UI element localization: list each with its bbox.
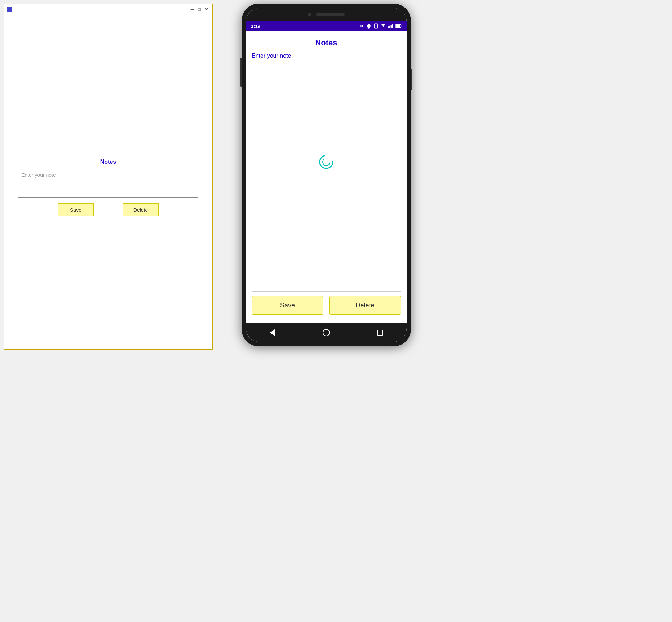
notes-title-phone: Notes (252, 38, 401, 48)
phone-screen: 1:19 (246, 8, 407, 342)
gear-icon (359, 23, 364, 29)
svg-rect-4 (392, 24, 393, 28)
camera-icon (308, 13, 311, 16)
svg-rect-3 (391, 25, 392, 28)
nav-back-icon (270, 329, 275, 336)
status-bar: 1:19 (246, 21, 407, 31)
sim-icon (373, 23, 379, 29)
svg-rect-2 (389, 26, 390, 28)
speaker-bar (316, 13, 345, 16)
title-bar: ─ □ ✕ (4, 4, 212, 14)
svg-point-8 (320, 156, 333, 168)
svg-point-9 (323, 158, 330, 166)
shield-icon (366, 23, 371, 29)
nav-recent-icon (377, 330, 383, 336)
nav-home-button[interactable] (321, 328, 331, 338)
svg-rect-6 (401, 25, 402, 27)
wifi-icon (381, 23, 386, 29)
app-screen: Notes Enter your note Save Delete (246, 31, 407, 323)
minimize-button[interactable]: ─ (190, 7, 195, 12)
notes-title-desktop: Notes (100, 159, 116, 165)
svg-rect-1 (388, 26, 389, 28)
nav-back-button[interactable] (268, 328, 278, 338)
close-button[interactable]: ✕ (204, 7, 209, 12)
delete-button-phone[interactable]: Delete (329, 296, 401, 315)
loading-spinner (318, 154, 334, 171)
phone-top-bar (246, 8, 407, 21)
status-time: 1:19 (251, 23, 260, 29)
nav-bar (246, 323, 407, 342)
desktop-window: ─ □ ✕ Notes Save Delete (4, 4, 213, 350)
desktop-buttons: Save Delete (58, 203, 159, 216)
nav-home-icon (323, 329, 330, 336)
phone-divider (252, 291, 401, 292)
title-bar-left (7, 7, 12, 12)
save-button-phone[interactable]: Save (252, 296, 323, 315)
delete-button-desktop[interactable]: Delete (123, 203, 159, 216)
title-bar-controls: ─ □ ✕ (190, 7, 209, 12)
phone-outer: 1:19 (242, 4, 411, 346)
save-button-desktop[interactable]: Save (58, 203, 94, 216)
phone-buttons: Save Delete (252, 296, 401, 317)
svg-rect-7 (396, 25, 400, 27)
restore-button[interactable]: □ (197, 7, 202, 12)
battery-icon (395, 24, 402, 28)
app-icon (7, 7, 12, 12)
phone-container: 1:19 (242, 4, 411, 346)
signal-icon (388, 23, 393, 29)
note-placeholder-phone: Enter your note (252, 53, 401, 59)
nav-recent-button[interactable] (375, 328, 385, 338)
status-icons (359, 23, 402, 29)
desktop-content: Notes Save Delete (4, 14, 212, 349)
note-textarea-desktop[interactable] (18, 169, 198, 198)
